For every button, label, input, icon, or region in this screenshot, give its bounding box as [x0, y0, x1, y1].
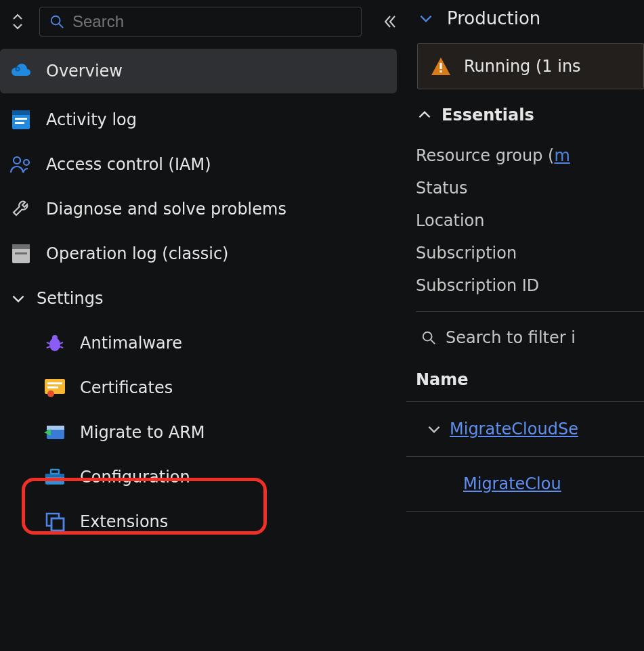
certificate-icon	[42, 375, 68, 401]
search-icon	[49, 14, 64, 29]
svg-rect-30	[51, 518, 64, 531]
essentials-label: Essentials	[442, 106, 534, 125]
filter-items[interactable]: Search to filter i	[416, 321, 644, 354]
prop-subscription-id: Subscription ID	[406, 263, 644, 295]
svg-point-9	[24, 160, 29, 165]
svg-line-15	[47, 342, 50, 344]
row-link[interactable]: MigrateClou	[463, 474, 561, 493]
svg-rect-7	[15, 122, 24, 124]
svg-rect-21	[47, 386, 58, 388]
row-link[interactable]: MigrateCloudSe	[450, 420, 578, 439]
svg-rect-33	[439, 63, 442, 69]
svg-rect-6	[15, 118, 27, 120]
settings-configuration[interactable]: Configuration	[0, 455, 406, 499]
collapse-sidebar-icon[interactable]	[377, 14, 404, 30]
warning-icon	[430, 56, 452, 76]
settings-migrate-to-arm[interactable]: Migrate to ARM	[0, 410, 406, 455]
nav-operation-log-label: Operation log (classic)	[46, 244, 228, 263]
nav-diagnose[interactable]: Diagnose and solve problems	[0, 187, 406, 231]
nav-access-control[interactable]: Access control (IAM)	[0, 142, 406, 187]
prop-resource-group: Resource group (m	[406, 133, 644, 165]
prop-location: Location	[406, 198, 644, 230]
column-header-name[interactable]: Name	[406, 354, 644, 402]
svg-point-0	[51, 16, 60, 25]
settings-section-header[interactable]: Settings	[0, 276, 406, 321]
prop-status: Status	[406, 165, 644, 198]
nav-diagnose-label: Diagnose and solve problems	[46, 200, 286, 219]
operation-log-icon	[8, 241, 34, 267]
migrate-icon	[42, 420, 68, 445]
deployment-slot-name: Production	[447, 8, 540, 28]
search-icon	[421, 330, 436, 345]
settings-antimalware[interactable]: Antimalware	[0, 321, 406, 365]
nav-activity-log-label: Activity log	[46, 110, 137, 129]
svg-point-22	[47, 390, 54, 397]
svg-point-8	[14, 157, 20, 164]
sidebar-search-input[interactable]	[72, 12, 351, 31]
settings-configuration-label: Configuration	[80, 468, 190, 487]
svg-point-3	[17, 68, 19, 70]
resource-group-link[interactable]: m	[554, 146, 570, 165]
svg-rect-5	[12, 110, 30, 115]
svg-rect-34	[439, 70, 442, 72]
svg-line-17	[60, 342, 63, 344]
nav-overview-label: Overview	[46, 62, 123, 81]
wrench-icon	[8, 196, 34, 222]
essentials-toggle[interactable]: Essentials	[406, 89, 644, 133]
prop-subscription: Subscription	[406, 230, 644, 263]
svg-point-14	[52, 335, 58, 340]
chevron-down-icon	[9, 290, 27, 307]
table-row[interactable]: MigrateClou	[406, 457, 644, 512]
nav-operation-log[interactable]: Operation log (classic)	[0, 231, 406, 276]
status-banner: Running (1 ins	[417, 43, 644, 89]
svg-line-18	[60, 346, 63, 348]
deployment-slot-header[interactable]: Production	[406, 5, 644, 43]
svg-line-1	[59, 24, 63, 28]
table-row[interactable]: MigrateCloudSe	[406, 402, 644, 457]
toolbox-icon	[42, 464, 68, 490]
status-banner-text: Running (1 ins	[464, 57, 581, 76]
divider	[416, 311, 644, 312]
chevron-up-icon	[416, 106, 433, 124]
filter-placeholder: Search to filter i	[446, 328, 576, 347]
svg-rect-28	[51, 470, 59, 474]
settings-extensions-label: Extensions	[80, 512, 168, 531]
bug-icon	[42, 330, 68, 356]
settings-certificates-label: Certificates	[80, 378, 173, 397]
settings-antimalware-label: Antimalware	[80, 334, 182, 353]
settings-migrate-label: Migrate to ARM	[80, 423, 205, 442]
svg-rect-12	[15, 252, 27, 254]
people-icon	[8, 152, 34, 177]
reorder-handle[interactable]	[3, 8, 33, 35]
nav-access-control-label: Access control (IAM)	[46, 155, 211, 174]
activity-log-icon	[8, 107, 34, 133]
nav-overview[interactable]: Overview	[0, 49, 397, 93]
extensions-icon	[42, 509, 68, 535]
sidebar-search-box[interactable]	[39, 7, 362, 37]
settings-certificates[interactable]: Certificates	[0, 365, 406, 410]
svg-line-16	[47, 346, 50, 348]
settings-header-label: Settings	[37, 289, 103, 308]
svg-line-36	[431, 340, 435, 344]
cloud-gear-icon	[8, 58, 34, 84]
nav-activity-log[interactable]: Activity log	[0, 97, 406, 142]
svg-rect-20	[47, 382, 62, 384]
svg-rect-24	[47, 426, 64, 430]
svg-point-35	[423, 332, 432, 341]
settings-extensions[interactable]: Extensions	[0, 499, 406, 544]
chevron-down-icon	[425, 420, 443, 438]
svg-rect-11	[12, 244, 30, 249]
chevron-down-icon	[417, 9, 435, 27]
